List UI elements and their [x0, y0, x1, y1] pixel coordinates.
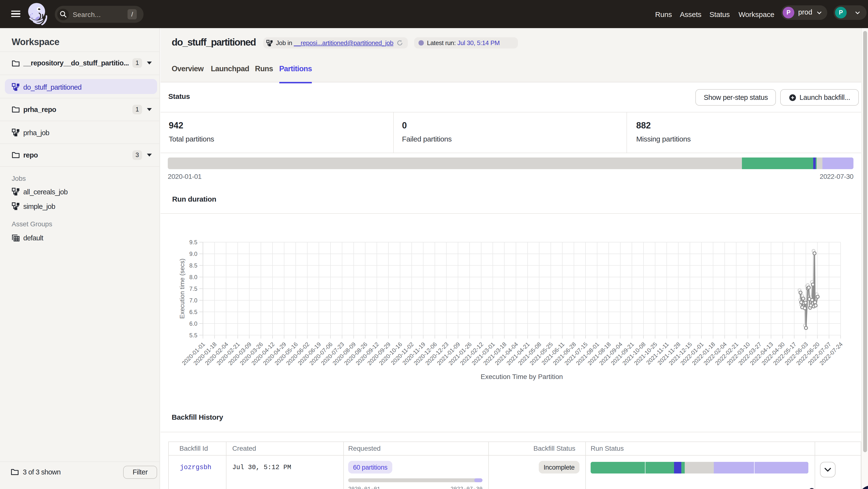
- svg-text:7.0: 7.0: [189, 297, 197, 304]
- svg-text:8.0: 8.0: [189, 274, 197, 280]
- svg-text:6.0: 6.0: [189, 320, 197, 327]
- svg-text:5.5: 5.5: [189, 332, 197, 338]
- svg-text:9.5: 9.5: [189, 239, 197, 246]
- svg-text:7.5: 7.5: [189, 286, 197, 292]
- svg-text:8.5: 8.5: [189, 262, 197, 269]
- svg-text:Execution Time by Partition: Execution Time by Partition: [480, 373, 563, 381]
- svg-text:9.0: 9.0: [189, 251, 197, 257]
- svg-text:Execution time (secs): Execution time (secs): [179, 259, 186, 319]
- svg-text:6.5: 6.5: [189, 309, 197, 315]
